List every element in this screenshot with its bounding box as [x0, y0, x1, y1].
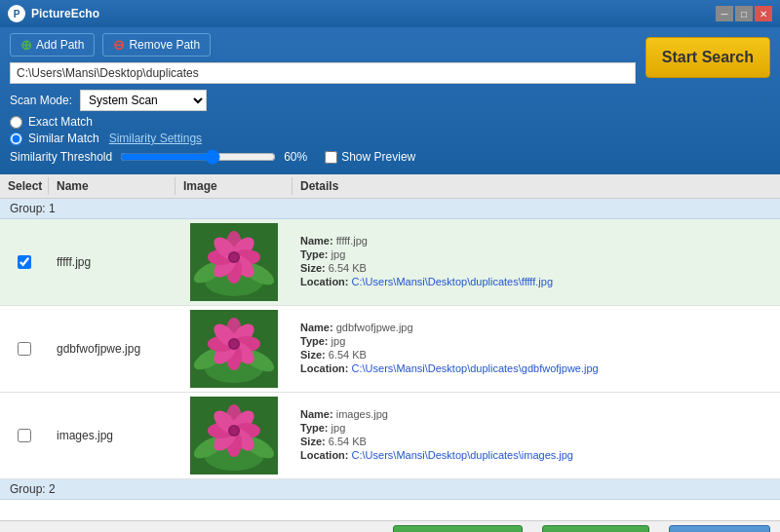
- col-header-select: Select: [0, 177, 49, 195]
- add-path-label: Add Path: [36, 38, 84, 52]
- cell-select-1[interactable]: [0, 251, 49, 273]
- detail-name-3: Name: images.jpg: [300, 408, 772, 420]
- group-label-2: Group: 2: [10, 482, 56, 496]
- group-label-1: Group: 1: [10, 202, 56, 215]
- remove-path-button[interactable]: ⊖ Remove Path: [102, 33, 211, 57]
- similarity-percent: 60%: [284, 150, 307, 164]
- cell-details-3: Name: images.jpg Type: jpg Size: 6.54 KB…: [292, 404, 780, 467]
- options-row: Scan Mode: System Scan Custom Scan Exact…: [10, 90, 636, 165]
- group-row-2: Group: 2: [0, 479, 780, 500]
- cell-name-2: gdbfwofjpwe.jpg: [49, 338, 176, 360]
- detail-location-1: Location: C:\Users\Mansi\Desktop\duplica…: [300, 276, 772, 287]
- filename-2: gdbfwofjpwe.jpg: [57, 342, 140, 356]
- logo-letter: P: [14, 9, 20, 19]
- detail-type-1: Type: jpg: [300, 248, 772, 260]
- cell-image-3: [176, 393, 292, 478]
- file-checkbox-3[interactable]: [18, 429, 31, 442]
- add-path-button[interactable]: ⊕ Add Path: [10, 33, 95, 57]
- detail-name-1: Name: fffff.jpg: [300, 235, 772, 247]
- detail-size-2: Size: 6.54 KB: [300, 349, 772, 361]
- title-bar-left: P PictureEcho: [8, 5, 99, 22]
- filename-1: fffff.jpg: [57, 255, 91, 269]
- flower-image-3: [190, 397, 278, 475]
- start-search-button[interactable]: Start Search: [645, 37, 770, 78]
- cell-image-2: [176, 306, 292, 392]
- select-duplicates-button[interactable]: Select Duplicates: [393, 525, 523, 532]
- similarity-threshold-label: Similarity Threshold: [10, 150, 112, 164]
- similarity-settings-link[interactable]: Similarity Settings: [109, 132, 202, 145]
- path-controls: ⊕ Add Path ⊖ Remove Path: [10, 33, 636, 57]
- select-action-button[interactable]: Select Action: [542, 525, 649, 532]
- header: ⊕ Add Path ⊖ Remove Path Scan Mode: Syst…: [0, 27, 780, 174]
- close-button[interactable]: ✕: [755, 6, 772, 21]
- show-preview-label: Show Preview: [341, 150, 415, 164]
- table-row: fffff.jpg: [0, 219, 780, 306]
- similarity-row: Similarity Threshold 60% Show Preview: [10, 149, 415, 165]
- exact-match-radio[interactable]: [10, 116, 22, 129]
- minus-icon: ⊖: [113, 37, 125, 53]
- similar-match-radio[interactable]: [10, 133, 22, 145]
- cell-image-1: [176, 219, 292, 305]
- path-input[interactable]: [10, 62, 636, 84]
- exact-match-row: Exact Match: [10, 115, 415, 129]
- filename-3: images.jpg: [57, 429, 113, 442]
- cell-details-2: Name: gdbfwofjpwe.jpg Type: jpg Size: 6.…: [292, 318, 780, 380]
- cell-name-1: fffff.jpg: [49, 251, 176, 273]
- minimize-button[interactable]: ─: [716, 6, 733, 21]
- cell-select-2[interactable]: [0, 338, 49, 360]
- svg-point-27: [230, 340, 238, 348]
- detail-type-2: Type: jpg: [300, 335, 772, 347]
- exact-match-label: Exact Match: [28, 115, 93, 129]
- cell-select-3[interactable]: [0, 425, 49, 446]
- table-row: images.jpg Name:: [0, 393, 780, 479]
- cell-name-3: images.jpg: [49, 425, 176, 446]
- maximize-button[interactable]: □: [735, 6, 753, 21]
- flower-image-1: [190, 223, 278, 301]
- detail-location-2: Location: C:\Users\Mansi\Desktop\duplica…: [300, 362, 772, 374]
- col-header-image: Image: [176, 177, 292, 195]
- file-checkbox-2[interactable]: [18, 342, 31, 356]
- table-row: gdbfwofjpwe.jpg Name:: [0, 306, 780, 393]
- group-row-1: Group: 1: [0, 199, 780, 219]
- scan-mode-label: Scan Mode:: [10, 94, 72, 107]
- detail-size-1: Size: 6.54 KB: [300, 262, 772, 274]
- plus-icon: ⊕: [20, 37, 32, 53]
- header-left: ⊕ Add Path ⊖ Remove Path Scan Mode: Syst…: [10, 33, 636, 165]
- clear-result-button[interactable]: Clear Result: [669, 525, 770, 532]
- title-bar: P PictureEcho ─ □ ✕: [0, 0, 780, 27]
- detail-name-2: Name: gdbfwofjpwe.jpg: [300, 322, 772, 333]
- file-checkbox-1[interactable]: [18, 255, 31, 269]
- scan-mode-row: Scan Mode: System Scan Custom Scan: [10, 90, 415, 111]
- remove-path-label: Remove Path: [129, 38, 200, 52]
- app-logo: P: [8, 5, 25, 22]
- scan-mode-select[interactable]: System Scan Custom Scan: [80, 90, 207, 111]
- similar-match-label: Similar Match: [28, 132, 99, 145]
- svg-point-13: [230, 253, 238, 261]
- similarity-slider[interactable]: [120, 149, 276, 165]
- table-body: Group: 1 fffff.jpg: [0, 199, 780, 520]
- table-header: Select Name Image Details: [0, 174, 780, 199]
- similar-match-row: Similar Match Similarity Settings: [10, 132, 415, 145]
- svg-point-41: [230, 427, 238, 435]
- header-right: Start Search: [645, 33, 770, 165]
- cell-details-1: Name: fffff.jpg Type: jpg Size: 6.54 KB …: [292, 231, 780, 293]
- options-col: Scan Mode: System Scan Custom Scan Exact…: [10, 90, 415, 165]
- detail-size-3: Size: 6.54 KB: [300, 436, 772, 447]
- status-bar: Similar Images (4) Total Groups (3) Wast…: [0, 520, 780, 532]
- show-preview-checkbox[interactable]: [325, 151, 337, 164]
- match-options: Exact Match Similar Match Similarity Set…: [10, 115, 415, 145]
- col-header-name: Name: [49, 177, 176, 195]
- flower-image-2: [190, 310, 278, 388]
- app-title: PictureEcho: [31, 7, 99, 20]
- window-controls: ─ □ ✕: [716, 6, 772, 21]
- detail-type-3: Type: jpg: [300, 422, 772, 434]
- col-header-details: Details: [292, 177, 780, 195]
- show-preview-row: Show Preview: [325, 150, 415, 164]
- detail-location-3: Location: C:\Users\Mansi\Desktop\duplica…: [300, 449, 772, 461]
